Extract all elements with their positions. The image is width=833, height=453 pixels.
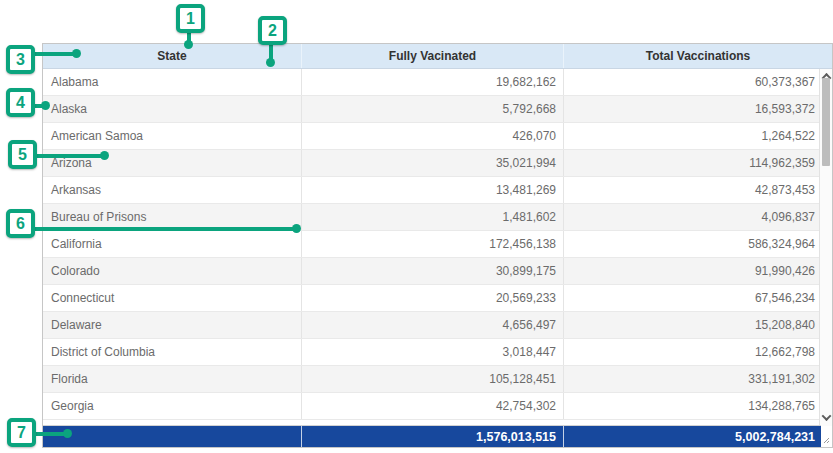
- column-header-state[interactable]: State: [43, 44, 302, 68]
- cell-state: District of Columbia: [43, 339, 302, 365]
- table-row[interactable]: District of Columbia3,018,44712,662,798: [43, 339, 821, 366]
- callout-7-dot: [63, 429, 72, 438]
- cell-fully-vaccinated: 19,682,162: [302, 69, 564, 95]
- cell-fully-vaccinated: 3,018,447: [302, 339, 564, 365]
- table-row[interactable]: Alabama19,682,16260,373,367: [43, 69, 821, 96]
- scrollbar-thumb[interactable]: [822, 78, 830, 166]
- cell-state: Florida: [43, 366, 302, 392]
- cell-state: Connecticut: [43, 285, 302, 311]
- screen: State Fully Vacinated Total Vaccinations…: [0, 0, 833, 453]
- cell-state: American Samoa: [43, 123, 302, 149]
- callout-5-dot: [100, 151, 109, 160]
- callout-3-connector: [35, 52, 77, 56]
- table-row[interactable]: Colorado30,899,17591,990,426: [43, 258, 821, 285]
- cell-state: California: [43, 231, 302, 257]
- cell-total-vaccinations: 60,373,367: [564, 69, 821, 95]
- callout-5: 5: [8, 140, 37, 169]
- table-rows: Alabama19,682,16260,373,367Alaska5,792,6…: [43, 69, 821, 420]
- cell-total-vaccinations: 67,546,234: [564, 285, 821, 311]
- cell-total-vaccinations: 42,873,453: [564, 177, 821, 203]
- callout-1-dot: [184, 40, 193, 49]
- callout-2: 2: [258, 16, 287, 45]
- summary-cell-total-vaccinations: 5,002,784,231: [564, 426, 821, 447]
- cell-state: Alaska: [43, 96, 302, 122]
- table-row[interactable]: Delaware4,656,49715,208,840: [43, 312, 821, 339]
- cell-total-vaccinations: 134,288,765: [564, 393, 821, 419]
- cell-state: Colorado: [43, 258, 302, 284]
- cell-total-vaccinations: 91,990,426: [564, 258, 821, 284]
- cell-total-vaccinations: 1,264,522: [564, 123, 821, 149]
- callout-1: 1: [176, 4, 205, 33]
- cell-state: Alabama: [43, 69, 302, 95]
- column-header-fully-vaccinated[interactable]: Fully Vacinated: [302, 44, 564, 68]
- cell-total-vaccinations: 331,191,302: [564, 366, 821, 392]
- callout-2-dot: [266, 58, 275, 67]
- cell-fully-vaccinated: 172,456,138: [302, 231, 564, 257]
- table-header-row: State Fully Vacinated Total Vaccinations: [43, 44, 832, 69]
- cell-fully-vaccinated: 1,481,602: [302, 204, 564, 230]
- callout-7: 7: [7, 418, 36, 447]
- summary-cell-state: [43, 426, 302, 447]
- callout-4-dot: [41, 101, 50, 110]
- scroll-down-button[interactable]: [820, 410, 832, 424]
- table-row[interactable]: Arizona35,021,994114,962,359: [43, 150, 821, 177]
- table-row[interactable]: Connecticut20,569,23367,546,234: [43, 285, 821, 312]
- cell-fully-vaccinated: 20,569,233: [302, 285, 564, 311]
- callout-3-dot: [72, 49, 81, 58]
- summary-cell-fully-vaccinated: 1,576,013,515: [302, 426, 564, 447]
- cell-fully-vaccinated: 5,792,668: [302, 96, 564, 122]
- cell-total-vaccinations: 15,208,840: [564, 312, 821, 338]
- resize-grip-icon[interactable]: [823, 437, 830, 444]
- cell-fully-vaccinated: 105,128,451: [302, 366, 564, 392]
- cell-fully-vaccinated: 426,070: [302, 123, 564, 149]
- cell-fully-vaccinated: 30,899,175: [302, 258, 564, 284]
- cell-fully-vaccinated: 4,656,497: [302, 312, 564, 338]
- callout-5-connector: [37, 154, 105, 158]
- cell-total-vaccinations: 114,962,359: [564, 150, 821, 176]
- cell-total-vaccinations: 16,593,372: [564, 96, 821, 122]
- cell-fully-vaccinated: 35,021,994: [302, 150, 564, 176]
- data-table: State Fully Vacinated Total Vaccinations…: [42, 43, 833, 448]
- cell-fully-vaccinated: 42,754,302: [302, 393, 564, 419]
- callout-6-dot: [292, 224, 301, 233]
- cell-state: Georgia: [43, 393, 302, 419]
- vertical-scrollbar[interactable]: [819, 69, 832, 426]
- callout-6: 6: [6, 209, 35, 238]
- table-row[interactable]: Alaska5,792,66816,593,372: [43, 96, 821, 123]
- cell-state: Delaware: [43, 312, 302, 338]
- table-row[interactable]: California172,456,138586,324,964: [43, 231, 821, 258]
- callout-3: 3: [6, 45, 35, 74]
- table-row[interactable]: Arkansas13,481,26942,873,453: [43, 177, 821, 204]
- cell-total-vaccinations: 12,662,798: [564, 339, 821, 365]
- column-header-total-vaccinations[interactable]: Total Vaccinations: [564, 44, 832, 68]
- table-row[interactable]: Florida105,128,451331,191,302: [43, 366, 821, 393]
- chevron-down-icon: [821, 411, 831, 421]
- callout-6-connector: [35, 227, 297, 231]
- table-row[interactable]: Georgia42,754,302134,288,765: [43, 393, 821, 420]
- cell-total-vaccinations: 586,324,964: [564, 231, 821, 257]
- cell-fully-vaccinated: 13,481,269: [302, 177, 564, 203]
- table-body: Alabama19,682,16260,373,367Alaska5,792,6…: [43, 69, 832, 426]
- cell-total-vaccinations: 4,096,837: [564, 204, 821, 230]
- cell-state: Arkansas: [43, 177, 302, 203]
- table-row[interactable]: American Samoa426,0701,264,522: [43, 123, 821, 150]
- callout-4: 4: [6, 88, 35, 117]
- summary-row: 1,576,013,515 5,002,784,231: [43, 425, 821, 447]
